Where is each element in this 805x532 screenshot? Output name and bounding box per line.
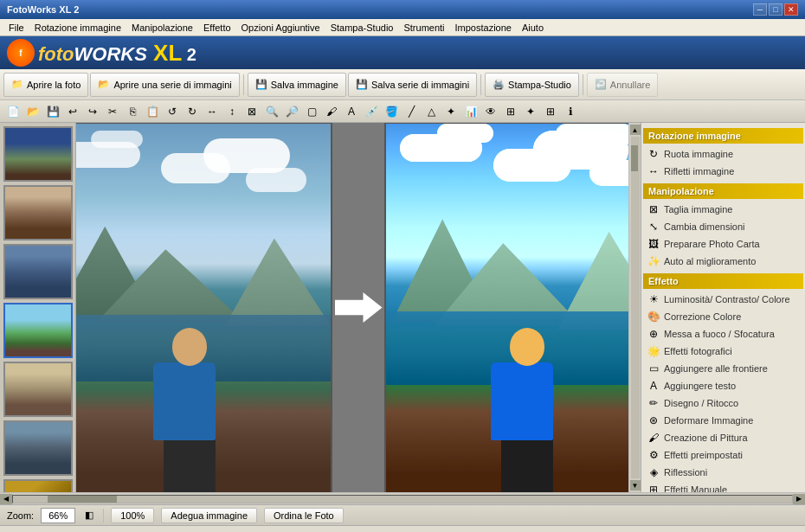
before-image-panel <box>76 123 332 492</box>
main-toolbar: 📁 Aprire la foto 📂 Aprire una serie di i… <box>0 69 805 100</box>
panel-item-brightness[interactable]: ☀ Luminosità/ Contrasto/ Colore <box>643 291 803 308</box>
panel-item-drawing[interactable]: ✏ Disegno / Ritocco <box>643 394 803 412</box>
tool-paste[interactable]: 📋 <box>143 102 162 121</box>
tool-open[interactable]: 📂 <box>23 102 42 121</box>
panel-item-reflect[interactable]: ↔ Rifletti immagine <box>643 163 803 180</box>
scroll-thumb[interactable] <box>48 496 117 503</box>
tool-rotate-right[interactable]: ↻ <box>183 102 202 121</box>
horizontal-scrollbar[interactable]: ◀ ▶ <box>0 492 805 504</box>
panel-item-resize[interactable]: ⤡ Cambia dimensioni <box>643 218 803 235</box>
thumbnail-4[interactable] <box>3 303 73 358</box>
resize-icon: ⤡ <box>647 220 660 234</box>
thumbnail-1[interactable] <box>3 126 73 182</box>
maximize-button[interactable]: □ <box>769 3 782 16</box>
tool-save[interactable]: 💾 <box>43 102 62 121</box>
scroll-track[interactable] <box>12 495 793 503</box>
tool-rotate-left[interactable]: ↺ <box>163 102 182 121</box>
save-series-button[interactable]: 💾 Salva serie di immagini <box>348 73 477 97</box>
tool-line[interactable]: ╱ <box>402 102 421 121</box>
panel-item-manual-effects[interactable]: ⊞ Effetti Manuale <box>643 481 803 492</box>
tool-compare[interactable]: ⊞ <box>501 102 520 121</box>
panel-item-presets[interactable]: ⚙ Effetti preimpostati <box>643 446 803 464</box>
rotate-icon: ↻ <box>647 147 660 161</box>
thumbnail-2[interactable] <box>3 185 73 240</box>
panel-item-text[interactable]: A Aggiungere testo <box>643 377 803 394</box>
open-series-button[interactable]: 📂 Aprire una serie di immagini <box>90 73 239 97</box>
menu-extra[interactable]: Opzioni Aggiuntive <box>236 21 325 35</box>
tool-info[interactable]: ℹ <box>561 102 580 121</box>
vertical-scrollbar[interactable]: ▲ ▼ <box>628 123 641 492</box>
panel-item-auto-improve[interactable]: ✨ Auto al miglioramento <box>643 253 803 270</box>
panel-item-crop[interactable]: ⊠ Taglia immagine <box>643 201 803 218</box>
menu-rotate[interactable]: Rotazione immagine <box>29 21 126 35</box>
thumbnail-6[interactable] <box>3 420 73 476</box>
zoom-100-button[interactable]: 100% <box>111 508 154 523</box>
scroll-right-button[interactable]: ▶ <box>793 494 805 504</box>
menu-manipulate[interactable]: Manipolazione <box>126 21 198 35</box>
panel-item-reflections[interactable]: ◈ Riflessioni <box>643 464 803 481</box>
thumbnail-7[interactable] <box>3 479 73 492</box>
tool-brush[interactable]: 🖌 <box>322 102 341 121</box>
scroll-left-button[interactable]: ◀ <box>0 494 12 504</box>
tool-crop[interactable]: ⊠ <box>242 102 261 121</box>
print-studio-button[interactable]: 🖨️ Stampa-Studio <box>485 73 579 97</box>
panel-item-rotate[interactable]: ↻ Ruota immagine <box>643 145 803 163</box>
tool-fill[interactable]: 🪣 <box>382 102 401 121</box>
tool-histogram[interactable]: 📊 <box>461 102 480 121</box>
fit-image-button[interactable]: Adegua immagine <box>161 508 257 523</box>
zoom-slider-icon[interactable]: ◧ <box>82 509 96 522</box>
tool-zoom-in[interactable]: 🔍 <box>262 102 281 121</box>
tool-zoom-out[interactable]: 🔎 <box>282 102 301 121</box>
minimize-button[interactable]: ─ <box>753 3 767 16</box>
logo-bar: f fotoWORKS XL 2 <box>0 36 805 69</box>
panel-item-focus[interactable]: ⊕ Messa a fuoco / Sfocatura <box>643 325 803 343</box>
menu-print[interactable]: Stampa-Studio <box>325 21 399 35</box>
tool-grid[interactable]: ⊞ <box>541 102 560 121</box>
tool-eyedropper[interactable]: 💉 <box>362 102 381 121</box>
panel-item-border[interactable]: ▭ Aggiungere alle frontiere <box>643 360 803 377</box>
tool-cut[interactable]: ✂ <box>103 102 122 121</box>
tool-redeye[interactable]: 👁 <box>481 102 500 121</box>
zoom-input[interactable] <box>41 508 75 523</box>
tools-bar: 📄 📂 💾 ↩ ↪ ✂ ⎘ 📋 ↺ ↻ ↔ ↕ ⊠ 🔍 🔎 ▢ 🖌 A 💉 🪣 … <box>0 100 805 123</box>
toolbar-separator-2 <box>480 74 481 95</box>
folder-icon: 📁 <box>11 79 23 90</box>
tool-copy[interactable]: ⎘ <box>123 102 142 121</box>
menu-help[interactable]: Aiuto <box>517 21 549 35</box>
tool-redo[interactable]: ↪ <box>83 102 102 121</box>
thumbnail-3[interactable] <box>3 244 73 299</box>
tool-stamp[interactable]: ✦ <box>521 102 540 121</box>
panel-label-manual-effects: Effetti Manuale <box>664 484 727 492</box>
save-button[interactable]: 💾 Salva immagine <box>248 73 346 97</box>
panel-item-photo-effects[interactable]: 🌟 Effetti fotografici <box>643 343 803 360</box>
tool-new[interactable]: 📄 <box>3 102 23 121</box>
tool-select[interactable]: ▢ <box>302 102 321 121</box>
status-separator-1 <box>103 509 104 522</box>
cancel-button[interactable]: ↩️ Annullare <box>587 73 658 97</box>
main-area: ▲ ▼ Rotazione immagine ↻ Ruota immagine … <box>0 123 805 492</box>
tool-flip-h[interactable]: ↔ <box>203 102 222 121</box>
section-title-rotation: Rotazione immagine <box>643 128 803 144</box>
tool-undo[interactable]: ↩ <box>63 102 82 121</box>
tool-flip-v[interactable]: ↕ <box>222 102 242 121</box>
app-title: FotoWorks XL 2 <box>7 4 79 15</box>
focus-icon: ⊕ <box>647 327 660 341</box>
save-icon: 💾 <box>255 79 267 90</box>
open-photo-button[interactable]: 📁 Aprire la foto <box>3 73 88 97</box>
tool-shape[interactable]: △ <box>422 102 441 121</box>
close-button[interactable]: ✕ <box>784 3 798 16</box>
tool-text[interactable]: A <box>342 102 361 121</box>
arrange-photos-button[interactable]: Ordina le Foto <box>264 508 344 523</box>
right-arrow-icon <box>335 292 383 323</box>
menu-settings[interactable]: Impostazione <box>450 21 517 35</box>
toolbar-separator-3 <box>583 74 583 95</box>
panel-item-color-correction[interactable]: 🎨 Correzione Colore <box>643 308 803 325</box>
panel-item-deform[interactable]: ⊛ Deformare Immagine <box>643 412 803 429</box>
tool-effects[interactable]: ✦ <box>441 102 460 121</box>
menu-tools[interactable]: Strumenti <box>398 21 449 35</box>
menu-effect[interactable]: Effetto <box>198 21 236 35</box>
menu-file[interactable]: File <box>3 21 29 35</box>
thumbnail-5[interactable] <box>3 362 73 417</box>
panel-item-photo-card[interactable]: 🖼 Preparare Photo Carta <box>643 235 803 253</box>
panel-item-painting[interactable]: 🖌 Creazione di Pittura <box>643 429 803 446</box>
